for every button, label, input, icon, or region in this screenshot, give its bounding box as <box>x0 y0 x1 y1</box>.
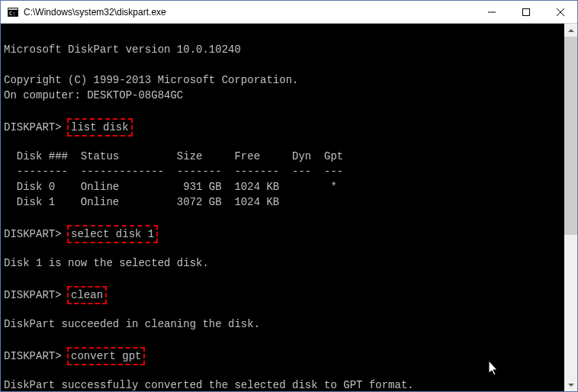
prompt-list-disk: DISKPART> list disk <box>4 118 564 133</box>
scroll-down-button[interactable] <box>564 378 577 391</box>
window-controls <box>474 1 577 23</box>
cmd-highlight-select-disk: select disk 1 <box>67 225 158 243</box>
minimize-button[interactable] <box>474 1 509 23</box>
scroll-thumb[interactable] <box>564 37 577 235</box>
app-icon: C: <box>7 6 19 18</box>
select-result: Disk 1 is now the selected disk. <box>4 255 564 271</box>
version-line: Microsoft DiskPart version 10.0.10240 <box>4 42 564 57</box>
computer-line: On computer: DESKTOP-08G84GC <box>4 88 564 103</box>
svg-rect-4 <box>522 8 529 15</box>
window-title: C:\Windows\system32\diskpart.exe <box>24 7 474 18</box>
content-area: Microsoft DiskPart version 10.0.10240Cop… <box>1 24 577 391</box>
terminal-output[interactable]: Microsoft DiskPart version 10.0.10240Cop… <box>1 24 564 391</box>
cmd-highlight-list-disk: list disk <box>67 118 133 137</box>
close-button[interactable] <box>543 1 577 23</box>
disk-row-1: Disk 1 Online 3072 GB 1024 KB <box>4 194 564 210</box>
prompt-convert-gpt: DISKPART> convert gpt <box>4 347 564 362</box>
convert-result: DiskPart successfully converted the sele… <box>4 378 564 391</box>
cmd-highlight-convert-gpt: convert gpt <box>67 347 145 365</box>
scroll-track[interactable] <box>564 37 577 378</box>
disk-row-0: Disk 0 Online 931 GB 1024 KB * <box>4 179 564 194</box>
svg-marker-8 <box>568 384 574 387</box>
scroll-up-button[interactable] <box>564 24 577 37</box>
copyright-line: Copyright (C) 1999-2013 Microsoft Corpor… <box>4 72 564 88</box>
titlebar[interactable]: C: C:\Windows\system32\diskpart.exe <box>1 1 577 24</box>
svg-rect-1 <box>8 8 18 10</box>
maximize-button[interactable] <box>509 1 543 23</box>
disk-table-divider: -------- ------------- ------- ------- -… <box>4 164 564 179</box>
vertical-scrollbar[interactable] <box>564 24 577 391</box>
svg-marker-7 <box>568 29 574 32</box>
prompt-clean: DISKPART> clean <box>4 286 564 301</box>
clean-result: DiskPart succeeded in cleaning the disk. <box>4 316 564 332</box>
prompt-select-disk: DISKPART> select disk 1 <box>4 225 564 240</box>
disk-table-header: Disk ### Status Size Free Dyn Gpt <box>4 149 564 164</box>
svg-text:C:: C: <box>9 11 15 17</box>
cmd-highlight-clean: clean <box>67 286 107 304</box>
